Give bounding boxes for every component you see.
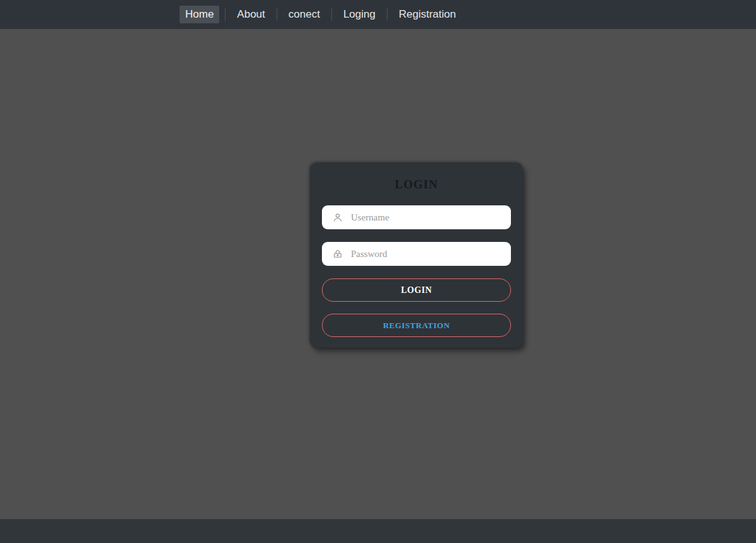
nav-separator bbox=[277, 8, 277, 21]
nav-item-about[interactable]: About bbox=[231, 6, 270, 23]
nav-item-conect[interactable]: conect bbox=[283, 6, 326, 23]
nav-separator bbox=[387, 8, 387, 21]
top-navbar: Home About conect Loging Registration bbox=[0, 0, 756, 29]
login-card: LOGIN LOGIN REGISTRATION bbox=[310, 163, 523, 348]
nav-list: Home About conect Loging Registration bbox=[180, 0, 462, 29]
username-field-wrapper bbox=[322, 205, 511, 229]
login-button[interactable]: LOGIN bbox=[322, 278, 511, 302]
lock-icon bbox=[332, 248, 343, 260]
username-input[interactable] bbox=[351, 205, 503, 229]
registration-button[interactable]: REGISTRATION bbox=[322, 314, 511, 337]
nav-item-home[interactable]: Home bbox=[180, 6, 219, 23]
login-title: LOGIN bbox=[322, 178, 511, 191]
nav-separator bbox=[331, 8, 332, 21]
password-input[interactable] bbox=[351, 242, 503, 266]
nav-item-loging[interactable]: Loging bbox=[338, 6, 381, 23]
user-icon bbox=[332, 212, 343, 223]
footer-bar bbox=[0, 519, 756, 543]
nav-item-registration[interactable]: Registration bbox=[393, 6, 462, 23]
nav-separator bbox=[225, 8, 226, 21]
password-field-wrapper bbox=[322, 242, 511, 266]
